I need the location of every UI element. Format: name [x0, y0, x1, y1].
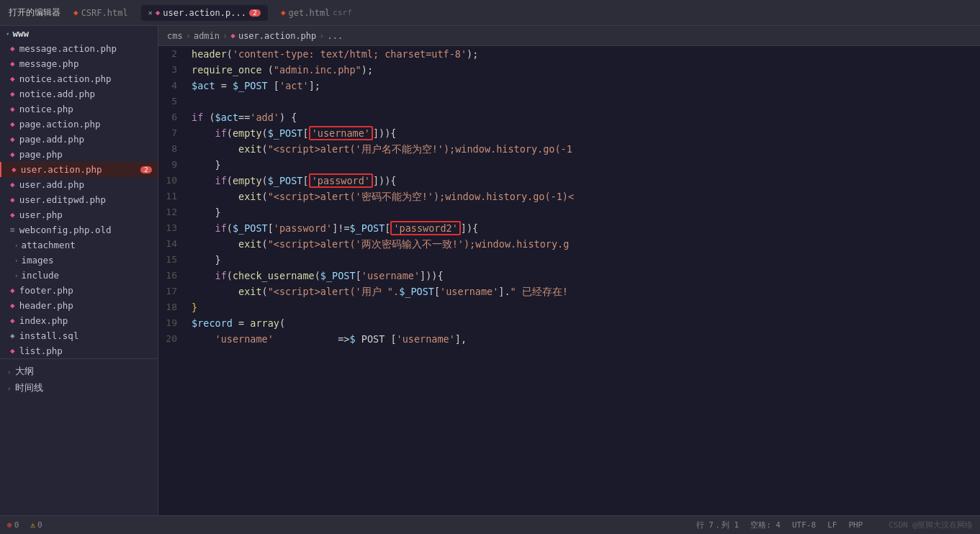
- sidebar-item-label: install.sql: [19, 330, 79, 341]
- breadcrumb-sep2: ›: [222, 31, 228, 41]
- sidebar-item-message[interactable]: ◆ message.php: [0, 56, 158, 71]
- bottom-spaces: 空格: 4: [750, 520, 781, 530]
- php-file-icon: ◆: [10, 210, 15, 220]
- php-file-icon: ◆: [10, 346, 15, 356]
- sidebar-item-user-add[interactable]: ◆ user.add.php: [0, 177, 158, 192]
- sidebar: ▾ www ◆ message.action.php ◆ message.php…: [0, 26, 158, 515]
- php-file-icon: ◆: [10, 316, 15, 325]
- sidebar-item-user-action[interactable]: ◆ user.action.php 2: [0, 162, 158, 177]
- code-editor[interactable]: 2 header('content-type: text/html; chars…: [158, 46, 980, 515]
- sidebar-item-user-editpwd[interactable]: ◆ user.editpwd.php: [0, 192, 158, 207]
- chevron-right-icon: ›: [7, 368, 11, 376]
- html-icon: ◆: [73, 8, 78, 17]
- error-icon: ⊗: [7, 520, 12, 530]
- php-file-icon: ◆: [10, 286, 15, 295]
- php-file-icon: ◆: [10, 44, 15, 53]
- sidebar-badge: 2: [140, 166, 152, 173]
- breadcrumb-file: user.action.php: [238, 31, 316, 41]
- tab-user-action-label: user.action.p...: [163, 8, 246, 18]
- sidebar-item-list[interactable]: ◆ list.php: [0, 343, 158, 358]
- sidebar-item-message-action[interactable]: ◆ message.action.php: [0, 41, 158, 56]
- code-line-15: 15 }: [158, 252, 980, 268]
- sidebar-item-label: message.action.php: [19, 43, 117, 54]
- sidebar-item-header[interactable]: ◆ header.php: [0, 298, 158, 313]
- php-file-icon: ◆: [10, 89, 15, 99]
- code-line-7: 7 if(empty($_POST['username'])){: [158, 125, 980, 141]
- chevron-down-icon: ▾: [6, 30, 9, 37]
- sidebar-www-group[interactable]: ▾ www: [0, 26, 158, 41]
- php-file-icon: ◆: [10, 104, 15, 114]
- bottom-position: 行 7，列 1: [696, 520, 740, 530]
- sidebar-item-install-sql[interactable]: ◈ install.sql: [0, 328, 158, 343]
- sidebar-item-footer[interactable]: ◆ footer.php: [0, 283, 158, 298]
- sidebar-item-label: page.php: [19, 149, 63, 160]
- breadcrumb-cms: cms: [167, 31, 183, 41]
- breadcrumb-sep3: ›: [319, 31, 324, 41]
- bottom-right: 行 7，列 1 空格: 4 UTF-8 LF PHP CSDN @抠脚大汉在网络: [696, 520, 973, 530]
- sidebar-item-webconfig[interactable]: ≡ webconfig.php.old: [0, 222, 158, 237]
- watermark-text: CSDN @抠脚大汉在网络: [889, 520, 973, 530]
- tab-get-html-suffix: csrf: [333, 8, 352, 17]
- sidebar-item-label: list.php: [19, 345, 63, 356]
- breadcrumb-php-icon: ◆: [230, 31, 235, 40]
- code-line-14: 14 exit("<script>alert('两次密码输入不一致!');win…: [158, 236, 980, 252]
- sidebar-item-label: page.add.php: [19, 134, 84, 145]
- sidebar-item-label: notice.action.php: [19, 73, 112, 84]
- tab-csrf-label: CSRF.html: [81, 8, 128, 18]
- php-file-icon: ◆: [10, 195, 15, 204]
- tab-user-action[interactable]: ✕ ◆ user.action.p... 2: [141, 5, 268, 21]
- bottom-encoding: UTF-8: [792, 520, 816, 530]
- sidebar-item-index[interactable]: ◆ index.php: [0, 313, 158, 328]
- code-line-9: 9 }: [158, 157, 980, 173]
- sidebar-item-notice[interactable]: ◆ notice.php: [0, 101, 158, 117]
- sidebar-item-notice-add[interactable]: ◆ notice.add.php: [0, 86, 158, 101]
- warning-icon: ⚠: [30, 520, 35, 530]
- sidebar-item-user-action-label: user.action.php: [21, 164, 102, 175]
- sidebar-item-user[interactable]: ◆ user.php: [0, 207, 158, 222]
- sidebar-item-label: user.php: [19, 209, 63, 220]
- sidebar-item-label: header.php: [19, 300, 73, 311]
- open-editor-section: 打开的编辑器: [9, 6, 60, 19]
- chevron-right-icon: ›: [14, 272, 18, 279]
- bottom-bar: ⊗ 0 ⚠ 0 行 7，列 1 空格: 4 UTF-8 LF PHP CSDN …: [0, 515, 980, 534]
- sidebar-folder-label: images: [21, 255, 53, 266]
- sql-file-icon: ◈: [10, 331, 15, 340]
- sidebar-footer: › 大纲 › 时间线: [0, 358, 158, 401]
- php-file-icon: ◆: [10, 135, 15, 144]
- sidebar-item-label: user.editpwd.php: [19, 194, 106, 205]
- chevron-right-icon: ›: [14, 242, 18, 249]
- error-count-label: 0: [14, 520, 19, 530]
- php-file-icon: ◆: [10, 119, 15, 129]
- breadcrumb: cms › admin › ◆ user.action.php › ...: [158, 26, 980, 46]
- sidebar-item-page-action[interactable]: ◆ page.action.php: [0, 117, 158, 132]
- sidebar-folder-include[interactable]: › include: [0, 268, 158, 283]
- code-line-17: 17 exit("<script>alert('用户 ".$_POST['use…: [158, 284, 980, 299]
- sidebar-folder-label: attachment: [21, 240, 75, 250]
- main-layout: ▾ www ◆ message.action.php ◆ message.php…: [0, 26, 980, 515]
- sidebar-outline-label: 大纲: [15, 366, 34, 378]
- code-line-2: 2 header('content-type: text/html; chars…: [158, 46, 980, 62]
- tab-get-html[interactable]: ◆ get.html csrf: [274, 5, 359, 21]
- chevron-right-icon: ›: [14, 257, 18, 264]
- open-editor-label: 打开的编辑器: [9, 6, 60, 19]
- php-file-icon: ◆: [10, 59, 15, 68]
- sidebar-folder-images[interactable]: › images: [0, 253, 158, 268]
- tab-csrf[interactable]: ◆ CSRF.html: [66, 5, 135, 21]
- php-file-icon: ◆: [10, 301, 15, 310]
- warning-count: ⚠ 0: [30, 520, 42, 530]
- tab-close-x[interactable]: ✕: [148, 9, 153, 17]
- chevron-right-icon: ›: [7, 385, 11, 392]
- breadcrumb-sep1: ›: [186, 31, 191, 41]
- sidebar-footer-timeline[interactable]: › 时间线: [7, 380, 150, 397]
- code-line-20: 20 'username' =>$ POST ['username'],: [158, 331, 980, 347]
- php-file-icon: ◆: [12, 165, 17, 174]
- php-icon: ◆: [156, 8, 161, 17]
- sidebar-item-label: notice.add.php: [19, 89, 95, 99]
- warning-count-label: 0: [37, 520, 42, 530]
- sidebar-footer-outline[interactable]: › 大纲: [7, 363, 150, 380]
- sidebar-item-page-add[interactable]: ◆ page.add.php: [0, 132, 158, 147]
- sidebar-item-notice-action[interactable]: ◆ notice.action.php: [0, 71, 158, 86]
- code-line-16: 16 if(check_username($_POST['username'])…: [158, 268, 980, 284]
- sidebar-folder-attachment[interactable]: › attachment: [0, 237, 158, 253]
- sidebar-item-page[interactable]: ◆ page.php: [0, 147, 158, 162]
